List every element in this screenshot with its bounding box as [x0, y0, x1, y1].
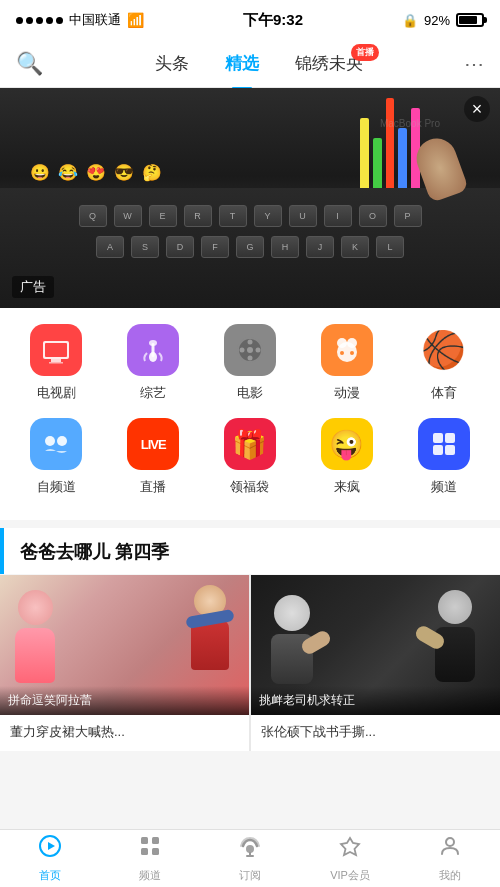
- svg-rect-22: [433, 433, 443, 443]
- category-live[interactable]: LIVE 直播: [113, 418, 193, 496]
- status-bar: 中国联通 📶 下午9:32 🔒 92%: [0, 0, 500, 40]
- svg-rect-2: [51, 359, 61, 362]
- category-movie[interactable]: 电影: [210, 324, 290, 402]
- category-crazy[interactable]: 😜 来疯: [307, 418, 387, 496]
- ad-banner: QWE RTY UIO P ASD FGH JKL 😀😂😍😎🤔 MacBo: [0, 88, 500, 308]
- category-row-2: 自频道 LIVE 直播 🎁 领福袋 😜 来疯: [8, 418, 492, 496]
- svg-rect-1: [45, 343, 67, 357]
- tab-featured[interactable]: 精选: [207, 52, 277, 75]
- category-variety[interactable]: 综艺: [113, 324, 193, 402]
- svg-point-16: [347, 338, 357, 348]
- video-thumb-1: 拼命逗笑阿拉蕾: [0, 575, 249, 715]
- carrier-label: 中国联通: [69, 11, 121, 29]
- live-badge: 首播: [351, 44, 379, 61]
- tv-icon: [30, 324, 82, 376]
- category-anime[interactable]: 动漫: [307, 324, 387, 402]
- video-thumb-2: 挑衅老司机求转正: [251, 575, 500, 715]
- tv-label: 电视剧: [37, 384, 76, 402]
- video-overlay-2: 挑衅老司机求转正: [251, 686, 500, 715]
- status-right: 🔒 92%: [402, 13, 484, 28]
- sports-icon: 🏀: [418, 324, 470, 376]
- video-card-1[interactable]: 拼命逗笑阿拉蕾 董力穿皮裙大喊热...: [0, 575, 249, 751]
- video-title-1: 董力穿皮裙大喊热...: [0, 715, 249, 751]
- svg-rect-25: [445, 445, 455, 455]
- close-button[interactable]: ×: [464, 96, 490, 122]
- svg-rect-23: [445, 433, 455, 443]
- category-sports[interactable]: 🏀 体育: [404, 324, 484, 402]
- svg-point-10: [247, 340, 252, 345]
- nav-tabs: 头条 精选 锦绣未央 首播: [63, 52, 454, 75]
- tab-headline[interactable]: 头条: [137, 52, 207, 75]
- channel-icon: [30, 418, 82, 470]
- ad-label: 广告: [12, 276, 54, 298]
- section-title: 爸爸去哪儿 第四季: [0, 528, 500, 574]
- svg-rect-24: [433, 445, 443, 455]
- wifi-icon: 📶: [127, 12, 144, 28]
- video-overlay-1: 拼命逗笑阿拉蕾: [0, 686, 249, 715]
- svg-point-17: [340, 351, 344, 355]
- battery-percent: 92%: [424, 13, 450, 28]
- variety-icon: [127, 324, 179, 376]
- lock-icon: 🔒: [402, 13, 418, 28]
- video-title-2: 张伦硕下战书手撕...: [251, 715, 500, 751]
- svg-point-9: [247, 347, 253, 353]
- sports-label: 体育: [431, 384, 457, 402]
- svg-point-13: [255, 348, 260, 353]
- category-freq[interactable]: 频道: [404, 418, 484, 496]
- video-thumb-text-2: 挑衅老司机求转正: [259, 693, 355, 707]
- category-tv[interactable]: 电视剧: [16, 324, 96, 402]
- nav-bar: 🔍 头条 精选 锦绣未央 首播 ⋯: [0, 40, 500, 88]
- svg-point-15: [337, 338, 347, 348]
- freq-label: 频道: [431, 478, 457, 496]
- search-icon[interactable]: 🔍: [16, 51, 43, 77]
- more-icon[interactable]: ⋯: [464, 52, 484, 76]
- gift-label: 领福袋: [230, 478, 269, 496]
- svg-point-21: [57, 436, 67, 446]
- battery-icon: [456, 13, 484, 27]
- category-grid: 电视剧 综艺: [0, 308, 500, 520]
- category-channel[interactable]: 自频道: [16, 418, 96, 496]
- svg-point-11: [247, 356, 252, 361]
- svg-rect-3: [49, 362, 63, 364]
- macbook-label: MacBook Pro: [380, 118, 440, 129]
- live-icon: LIVE: [127, 418, 179, 470]
- anime-icon: [321, 324, 373, 376]
- category-row-1: 电视剧 综艺: [8, 324, 492, 402]
- category-gift[interactable]: 🎁 领福袋: [210, 418, 290, 496]
- video-grid: 拼命逗笑阿拉蕾 董力穿皮裙大喊热...: [0, 575, 500, 751]
- signal-icon: [16, 17, 63, 24]
- svg-point-6: [149, 340, 157, 346]
- live-label: 直播: [140, 478, 166, 496]
- tab-drama[interactable]: 锦绣未央 首播: [277, 52, 381, 75]
- freq-icon: [418, 418, 470, 470]
- anime-label: 动漫: [334, 384, 360, 402]
- svg-point-12: [239, 348, 244, 353]
- variety-label: 综艺: [140, 384, 166, 402]
- svg-point-20: [45, 436, 55, 446]
- crazy-label: 来疯: [334, 478, 360, 496]
- channel-label: 自频道: [37, 478, 76, 496]
- gift-icon: 🎁: [224, 418, 276, 470]
- crazy-icon: 😜: [321, 418, 373, 470]
- video-card-2[interactable]: 挑衅老司机求转正 张伦硕下战书手撕...: [251, 575, 500, 751]
- movie-icon: [224, 324, 276, 376]
- video-thumb-text-1: 拼命逗笑阿拉蕾: [8, 693, 92, 707]
- status-left: 中国联通 📶: [16, 11, 144, 29]
- svg-point-18: [350, 351, 354, 355]
- movie-label: 电影: [237, 384, 263, 402]
- clock: 下午9:32: [243, 11, 303, 30]
